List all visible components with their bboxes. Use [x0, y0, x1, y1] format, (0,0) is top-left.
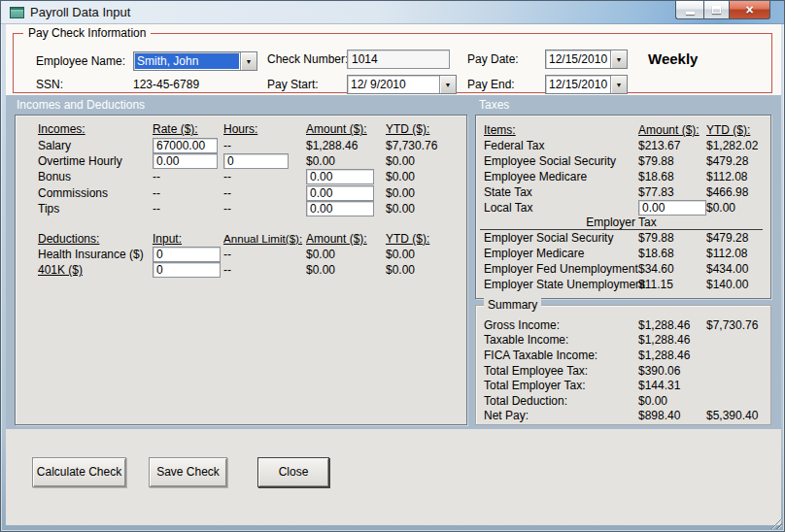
chevron-down-icon[interactable]: ▼ — [610, 50, 627, 68]
row-amount: $1,288.46 — [638, 333, 706, 347]
row-ytd: $0.00 — [706, 201, 770, 215]
button-zone: Calculate Check Save Check Close — [6, 429, 781, 525]
pay-end-datepicker[interactable]: 12/15/2010 ▼ — [545, 75, 628, 94]
deduction-header-row: Deductions: Input: Annual Limit($): Amou… — [16, 230, 466, 246]
row-ytd: $0.00 — [386, 186, 466, 200]
tax-header-row: Items: Amount ($): YTD ($): — [476, 122, 770, 138]
row-amount: $1,288.46 — [638, 318, 706, 332]
salary-rate-input[interactable] — [153, 138, 218, 153]
rate-header: Rate ($): — [153, 122, 223, 136]
row-label: Employee Medicare — [484, 170, 638, 183]
overtime-hours-input[interactable] — [223, 153, 289, 169]
chevron-down-icon[interactable]: ▼ — [439, 76, 456, 93]
row-ytd: $0.00 — [386, 154, 466, 168]
row-ytd: $479.28 — [706, 231, 770, 245]
employee-name-label: Employee Name: — [36, 54, 125, 68]
overtime-rate-input[interactable] — [153, 153, 218, 169]
row-amount: $0.00 — [638, 394, 706, 408]
income-row-salary: Salary -- $1,288.46 $7,730.76 — [16, 137, 466, 152]
401k-link[interactable]: 401K ($) — [38, 263, 153, 277]
summary-groupbox: Summary Gross Income: $1,288.46 $7,730.7… — [475, 305, 771, 425]
commissions-amount-input[interactable] — [306, 185, 374, 201]
incomes-deductions-panel: Incomes: Rate ($): Hours: Amount ($): YT… — [15, 115, 467, 425]
save-check-button[interactable]: Save Check — [149, 457, 227, 487]
row-label: Employer Medicare — [484, 247, 638, 260]
row-ytd: $0.00 — [386, 170, 466, 183]
amount-header: Amount ($): — [306, 122, 386, 136]
row-rate: -- — [153, 202, 223, 216]
row-label: FICA Taxable Income: — [484, 349, 638, 362]
row-amount: $34.60 — [638, 262, 706, 276]
health-insurance-input[interactable] — [153, 247, 221, 262]
bonus-amount-input[interactable] — [306, 169, 374, 184]
payroll-window: Payroll Data Input × Pay Check Informati… — [0, 0, 785, 532]
pay-date-label: Pay Date: — [467, 52, 519, 66]
minimize-icon — [686, 12, 695, 15]
row-ytd: $112.08 — [706, 170, 770, 183]
row-amount: $0.00 — [306, 263, 386, 277]
chevron-down-icon[interactable]: ▼ — [240, 52, 256, 70]
row-label: Total Employee Tax: — [484, 364, 638, 378]
row-ytd: $112.08 — [706, 247, 770, 260]
ssn-label: SSN: — [36, 78, 63, 91]
row-hours: -- — [223, 186, 306, 200]
hours-header: Hours: — [223, 122, 306, 136]
row-amount: $0.00 — [306, 154, 386, 168]
row-label: Employer Social Security — [484, 231, 638, 245]
row-ytd: $479.28 — [706, 154, 770, 168]
close-button[interactable]: × — [730, 1, 770, 19]
ytd-header: YTD ($): — [386, 122, 466, 136]
amount-header: Amount ($): — [638, 123, 706, 137]
amount-header: Amount ($): — [306, 232, 386, 246]
row-hours: -- — [223, 170, 306, 183]
summary-row-net-pay: Net Pay: $898.40 $5,390.40 — [476, 409, 770, 424]
row-amount: $898.40 — [638, 409, 706, 422]
tax-row-employer-fed-unemployment: Employer Fed Unemployment $34.60 $434.00 — [476, 261, 770, 277]
maximize-button[interactable] — [703, 1, 730, 19]
401k-input[interactable] — [153, 262, 221, 278]
pay-date-datepicker[interactable]: 12/15/2010 ▼ — [545, 50, 628, 69]
row-hours: -- — [223, 139, 306, 152]
pay-end-value: 12/15/2010 — [546, 76, 610, 93]
row-amount: $77.83 — [638, 185, 706, 199]
pay-date-value: 12/15/2010 — [546, 50, 610, 68]
tips-amount-input[interactable] — [306, 201, 374, 216]
tax-row-emp-medicare: Employee Medicare $18.68 $112.08 — [476, 169, 770, 184]
pay-start-label: Pay Start: — [267, 78, 319, 91]
row-label: Total Employer Tax: — [484, 379, 638, 392]
pay-end-label: Pay End: — [467, 78, 515, 91]
incomes-deductions-section-title: Incomes and Deductions — [17, 98, 145, 112]
employee-name-combobox[interactable]: Smith, John ▼ — [133, 51, 257, 71]
tax-row-local: Local Tax $0.00 — [476, 200, 770, 216]
row-rate: -- — [153, 170, 223, 183]
check-number-label: Check Number: — [267, 52, 348, 66]
row-label: Federal Tax — [484, 139, 638, 152]
local-tax-input[interactable] — [638, 200, 706, 216]
close-check-button[interactable]: Close — [257, 457, 329, 487]
row-amount: $79.88 — [638, 154, 706, 168]
row-rate: -- — [153, 186, 223, 200]
row-label: Tips — [38, 202, 153, 216]
title-bar[interactable]: Payroll Data Input × — [1, 1, 784, 24]
row-amount: $1,288.46 — [306, 139, 386, 152]
row-label: Commissions — [38, 186, 153, 200]
row-label: Bonus — [38, 170, 153, 183]
row-ytd: $1,282.02 — [706, 139, 770, 152]
calculate-check-button[interactable]: Calculate Check — [32, 457, 126, 487]
tax-row-federal: Federal Tax $213.67 $1,282.02 — [476, 138, 770, 153]
check-number-input[interactable] — [347, 50, 450, 69]
summary-row-employer-tax: Total Employer Tax: $144.31 — [476, 378, 770, 393]
pay-start-datepicker[interactable]: 12/ 9/2010 ▼ — [347, 75, 457, 94]
summary-row-gross: Gross Income: $1,288.46 $7,730.76 — [476, 317, 770, 333]
row-label: Total Deduction: — [484, 394, 638, 408]
income-row-overtime: Overtime Hourly $0.00 $0.00 — [16, 153, 466, 169]
minimize-button[interactable] — [675, 1, 703, 19]
chevron-down-icon[interactable]: ▼ — [610, 76, 627, 93]
paycheck-info-title: Pay Check Information — [23, 26, 151, 40]
deduction-row-401k: 401K ($) -- $0.00 $0.00 — [16, 262, 466, 278]
row-label: Gross Income: — [484, 318, 638, 332]
deduction-row-health-insurance: Health Insurance ($) -- $0.00 $0.00 — [16, 247, 466, 262]
ytd-header: YTD ($): — [386, 232, 466, 246]
summary-title: Summary — [484, 298, 541, 312]
window-title: Payroll Data Input — [30, 5, 130, 19]
